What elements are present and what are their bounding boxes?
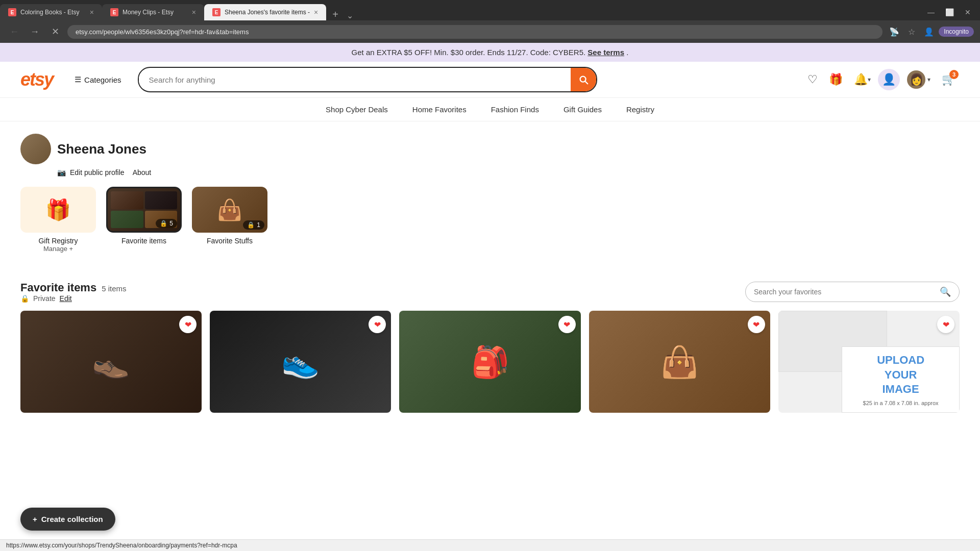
person-button[interactable]: 👤 xyxy=(878,69,900,90)
search-favorites-icon[interactable]: 🔍 xyxy=(940,286,951,297)
address-input[interactable] xyxy=(67,25,883,39)
status-bar: https://www.etsy.com/your/shops/TrendySh… xyxy=(0,539,980,551)
search-bar xyxy=(138,67,597,92)
new-tab-button[interactable]: + xyxy=(328,9,342,20)
search-submit-button[interactable] xyxy=(571,68,596,91)
collection-thumb-stuffs: 👜 🔒 1 xyxy=(192,187,267,233)
favorites-header: Favorite items 5 items 🔒 Private Edit 🔍 xyxy=(20,281,960,303)
promo-suffix: . xyxy=(626,48,628,57)
notifications-button[interactable]: 🔔 ▾ xyxy=(850,69,875,90)
product-image-5: UPLOADYOURIMAGE $25 in a 7.08 x 7.08 in.… xyxy=(778,311,960,413)
site-header: etsy ☰ Categories ♡ 🎁 🔔 ▾ 👤 👩 ▾ xyxy=(0,62,980,98)
profile-sync-icon[interactable]: 👤 xyxy=(921,24,937,39)
cart-button[interactable]: 🛒 3 xyxy=(938,69,960,90)
status-url: https://www.etsy.com/your/shops/TrendySh… xyxy=(6,542,237,549)
product-item-1[interactable]: 👞 ❤ xyxy=(20,311,202,413)
gift-icon: 🎁 xyxy=(829,73,843,86)
privacy-label: Private xyxy=(33,294,56,303)
favorites-count: 5 items xyxy=(102,284,126,293)
etsy-logo[interactable]: etsy xyxy=(20,69,53,90)
promo-link[interactable]: See terms xyxy=(587,48,624,57)
collections-row: 🎁 Gift Registry Manage + 🔒 5 Favorite it… xyxy=(20,187,960,253)
collection-name-stuffs: Favorite Stuffs xyxy=(207,237,253,245)
tab-title-1: Coloring Books - Etsy xyxy=(20,9,86,16)
cart-badge: 3 xyxy=(949,70,959,79)
favorites-section: Favorite items 5 items 🔒 Private Edit 🔍 … xyxy=(0,281,980,413)
minimize-button[interactable]: — xyxy=(923,4,939,20)
hamburger-icon: ☰ xyxy=(75,75,81,84)
profile-header: Sheena Jones xyxy=(20,134,960,164)
lock-icon: 🔒 xyxy=(20,294,29,303)
gift-button[interactable]: 🎁 xyxy=(825,69,847,90)
about-link[interactable]: About xyxy=(133,168,152,177)
tab-coloring-books[interactable]: E Coloring Books - Etsy × xyxy=(0,4,102,20)
notifications-chevron: ▾ xyxy=(868,76,871,83)
unlike-button-5[interactable]: ❤ xyxy=(937,316,954,333)
profile-links: 📷 Edit public profile About xyxy=(20,168,960,177)
collection-thumb-gift: 🎁 xyxy=(20,187,96,233)
browser-chrome: E Coloring Books - Etsy × E Money Clips … xyxy=(0,0,980,43)
avatar-chevron: ▾ xyxy=(927,76,930,83)
collection-gift-registry[interactable]: 🎁 Gift Registry Manage + xyxy=(20,187,96,253)
collection-favorite-stuffs[interactable]: 👜 🔒 1 Favorite Stuffs xyxy=(192,187,267,253)
favorites-meta: 🔒 Private Edit xyxy=(20,294,127,303)
nav-fashion-finds[interactable]: Fashion Finds xyxy=(491,105,539,114)
collection-badge-stuffs: 🔒 1 xyxy=(243,220,264,230)
avatar-button[interactable]: 👩 ▾ xyxy=(903,68,935,91)
product-item-2[interactable]: 👟 ❤ xyxy=(210,311,391,413)
bookmark-icon[interactable]: ☆ xyxy=(904,24,919,39)
header-icons: ♡ 🎁 🔔 ▾ 👤 👩 ▾ 🛒 3 xyxy=(803,68,960,91)
tab-close-3[interactable]: × xyxy=(314,8,318,16)
unlike-button-1[interactable]: ❤ xyxy=(179,316,197,333)
product-item-5[interactable]: UPLOADYOURIMAGE $25 in a 7.08 x 7.08 in.… xyxy=(778,311,960,413)
address-bar-row: ← → ✕ 📡 ☆ 👤 Incognito xyxy=(0,20,980,43)
product-image-1: 👞 xyxy=(20,311,202,413)
profile-name[interactable]: Sheena Jones xyxy=(57,141,146,157)
unlike-button-4[interactable]: ❤ xyxy=(748,316,765,333)
upload-subtext: $25 in a 7.08 x 7.08 in. approx xyxy=(863,400,939,406)
search-icon xyxy=(578,74,589,85)
search-favorites-input[interactable] xyxy=(754,288,936,296)
products-grid: 👞 ❤ 👟 ❤ 🎒 ❤ 👜 ❤ xyxy=(20,311,960,413)
collection-manage-link[interactable]: Manage + xyxy=(43,245,73,253)
categories-button[interactable]: ☰ Categories xyxy=(68,71,128,88)
favorites-title-group: Favorite items 5 items 🔒 Private Edit xyxy=(20,281,127,303)
edit-profile-link[interactable]: Edit public profile xyxy=(70,168,125,177)
maximize-button[interactable]: ⬜ xyxy=(941,4,958,20)
person-icon: 👤 xyxy=(882,73,896,86)
forward-button[interactable]: → xyxy=(27,23,43,40)
nav-shop-cyber-deals[interactable]: Shop Cyber Deals xyxy=(326,105,388,114)
tab-favicon-3: E xyxy=(212,8,220,16)
categories-label: Categories xyxy=(84,76,121,84)
camera-icon: 📷 xyxy=(57,168,66,177)
create-collection-button[interactable]: + Create collection xyxy=(20,508,115,531)
tab-title-2: Money Clips - Etsy xyxy=(122,9,188,16)
cast-icon[interactable]: 📡 xyxy=(887,24,902,39)
gift-registry-icon: 🎁 xyxy=(45,198,71,222)
favorites-heading: Favorite items xyxy=(20,281,96,294)
favorites-title: Favorite items 5 items xyxy=(20,281,127,294)
product-item-3[interactable]: 🎒 ❤ xyxy=(399,311,580,413)
tab-bar: E Coloring Books - Etsy × E Money Clips … xyxy=(0,0,980,20)
browser-icons: 📡 ☆ 👤 Incognito xyxy=(887,24,974,39)
search-input[interactable] xyxy=(139,70,571,89)
collection-badge-favorites: 🔒 5 xyxy=(156,219,177,228)
wishlist-button[interactable]: ♡ xyxy=(803,69,822,90)
tab-overflow[interactable]: ⌄ xyxy=(342,11,357,20)
edit-favorites-link[interactable]: Edit xyxy=(60,294,72,303)
nav-gift-guides[interactable]: Gift Guides xyxy=(564,105,602,114)
tab-close-2[interactable]: × xyxy=(192,8,196,16)
tab-close-1[interactable]: × xyxy=(90,8,94,16)
nav-home-favorites[interactable]: Home Favorites xyxy=(412,105,467,114)
nav-registry[interactable]: Registry xyxy=(626,105,654,114)
product-image-4: 👜 xyxy=(589,311,770,413)
unlike-button-3[interactable]: ❤ xyxy=(558,316,576,333)
tab-favorites[interactable]: E Sheena Jones's favorite items - × xyxy=(204,4,326,20)
reload-button[interactable]: ✕ xyxy=(47,23,63,40)
collection-favorite-items[interactable]: 🔒 5 Favorite items xyxy=(106,187,182,253)
close-window-button[interactable]: ✕ xyxy=(960,4,976,20)
product-item-4[interactable]: 👜 ❤ xyxy=(589,311,770,413)
tab-money-clips[interactable]: E Money Clips - Etsy × xyxy=(102,4,204,20)
create-collection-label: Create collection xyxy=(41,515,103,523)
back-button[interactable]: ← xyxy=(6,23,22,40)
